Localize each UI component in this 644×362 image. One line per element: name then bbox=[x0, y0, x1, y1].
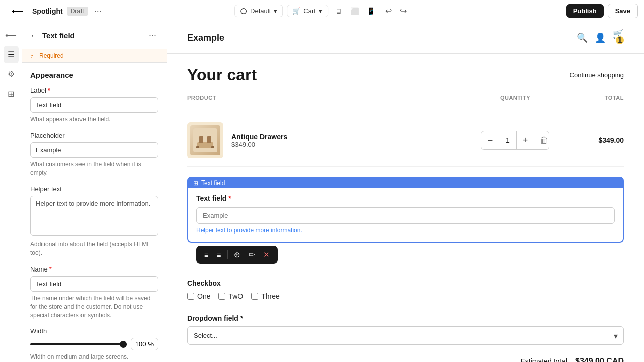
label-field-label: Label * bbox=[30, 86, 158, 94]
name-input[interactable] bbox=[30, 276, 158, 292]
item-name: Antique Drawers bbox=[231, 133, 287, 141]
cart-chevron: ▾ bbox=[319, 7, 323, 15]
more-options-button[interactable]: ··· bbox=[92, 4, 104, 18]
width-value-box: 100 % bbox=[131, 338, 158, 350]
field-toolbar: ≡ ≡ ⊕ ✏ ✕ bbox=[196, 246, 278, 264]
svg-rect-1 bbox=[193, 128, 217, 152]
label-hint: What appears above the field. bbox=[30, 115, 158, 124]
device-tablet-icon[interactable]: ⬜ bbox=[347, 5, 362, 17]
checkbox-input-two[interactable] bbox=[218, 293, 225, 300]
sidebar-apps-icon[interactable]: ⊞ bbox=[4, 85, 18, 103]
cart-page: Your cart Continue shopping PRODUCT QUAN… bbox=[167, 54, 644, 362]
device-desktop-icon[interactable]: 🖥 bbox=[332, 5, 345, 17]
svg-rect-6 bbox=[211, 146, 214, 148]
helper-text-hint: Additional info about the field (accepts… bbox=[30, 240, 158, 257]
checkbox-label-two: TwO bbox=[228, 292, 243, 300]
width-unit: % bbox=[148, 340, 154, 348]
toolbar-add-icon[interactable]: ⊕ bbox=[231, 249, 244, 261]
text-field-input[interactable] bbox=[196, 207, 615, 224]
item-image bbox=[187, 122, 223, 158]
svg-rect-5 bbox=[196, 146, 199, 148]
draft-badge: Draft bbox=[67, 7, 88, 16]
text-field-bar-label: Text field bbox=[201, 179, 225, 187]
width-slider-thumb[interactable] bbox=[120, 341, 127, 348]
width-label: Width bbox=[30, 327, 158, 335]
panel-title: Text field bbox=[42, 31, 75, 40]
dropdown-field-title: Dropdown field * bbox=[187, 314, 624, 322]
dropdown-select[interactable]: Select... bbox=[187, 326, 624, 345]
device-icons: 🖥 ⬜ 📱 bbox=[332, 5, 378, 17]
toolbar-delete-icon[interactable]: ✕ bbox=[260, 249, 273, 261]
sidebar-blocks-icon[interactable]: ☰ bbox=[4, 46, 19, 63]
table-header: PRODUCT QUANTITY TOTAL bbox=[187, 95, 624, 106]
text-field-title: Text field * bbox=[196, 194, 615, 202]
settings-panel: ← Text field ··· 🏷 Required Appearance L… bbox=[22, 22, 167, 362]
checkbox-option-two[interactable]: TwO bbox=[218, 292, 243, 300]
cart-label: Cart bbox=[303, 7, 316, 15]
redo-button[interactable]: ↪ bbox=[397, 4, 410, 18]
publish-button[interactable]: Publish bbox=[566, 4, 604, 18]
increase-qty-button[interactable]: + bbox=[517, 131, 534, 149]
app-title: Spotlight bbox=[32, 7, 63, 15]
name-field-label: Name * bbox=[30, 265, 158, 273]
placeholder-field-label: Placeholder bbox=[30, 132, 158, 139]
custom-fields: ⊞ Text field Text field * Helper text to… bbox=[187, 177, 624, 362]
helper-text-textarea[interactable]: Helper text to provide more information. bbox=[30, 196, 158, 236]
panel-back-button[interactable]: ← bbox=[30, 31, 38, 40]
topbar-right: Publish Save bbox=[566, 4, 638, 18]
width-value: 100 bbox=[135, 340, 146, 348]
item-details: Antique Drawers $349.00 bbox=[231, 133, 287, 148]
checkbox-input-three[interactable] bbox=[251, 293, 258, 300]
quantity-col-header: QUANTITY bbox=[465, 95, 566, 101]
account-icon[interactable]: 👤 bbox=[595, 32, 606, 43]
continue-shopping-link[interactable]: Continue shopping bbox=[570, 71, 624, 79]
save-button[interactable]: Save bbox=[608, 4, 638, 18]
cart-selector[interactable]: 🛒 Cart ▾ bbox=[287, 5, 328, 17]
dropdown-field-block: Dropdown field * Select... ▾ bbox=[187, 314, 624, 345]
topbar-left: ⟵ Spotlight Draft ··· bbox=[6, 2, 104, 20]
checkbox-label-three: Three bbox=[261, 292, 280, 300]
default-selector[interactable]: Default ▾ bbox=[234, 5, 283, 17]
cart-icon: 🛒 bbox=[292, 7, 300, 15]
text-field-helper[interactable]: Helper text to provide more information. bbox=[196, 227, 615, 234]
store-icons: 🔍 👤 🛒 1 bbox=[577, 28, 624, 47]
main-layout: ⟵ ☰ ⚙ ⊞ ← Text field ··· 🏷 Required Appe… bbox=[0, 22, 644, 362]
toolbar-edit-icon[interactable]: ✏ bbox=[246, 249, 258, 261]
text-field-block: ⊞ Text field Text field * Helper text to… bbox=[187, 177, 624, 243]
estimated-total: Estimated total $349.00 CAD bbox=[187, 357, 624, 362]
checkbox-option-one[interactable]: One bbox=[187, 292, 210, 300]
panel-header-left: ← Text field bbox=[30, 31, 75, 40]
device-mobile-icon[interactable]: 📱 bbox=[364, 5, 378, 17]
checkbox-option-three[interactable]: Three bbox=[251, 292, 280, 300]
back-nav-icon[interactable]: ⟵ bbox=[6, 2, 28, 20]
text-field-body: Text field * Helper text to provide more… bbox=[188, 188, 623, 242]
default-chevron: ▾ bbox=[274, 7, 277, 15]
svg-rect-3 bbox=[199, 136, 203, 143]
panel-content: Appearance Label * What appears above th… bbox=[22, 63, 167, 362]
width-group: Width 100 % Width on medium and large sc… bbox=[30, 327, 158, 362]
checkbox-input-one[interactable] bbox=[187, 293, 194, 300]
default-label: Default bbox=[250, 7, 271, 15]
sidebar-nav-icon[interactable]: ⟵ bbox=[1, 26, 21, 44]
panel-more-button[interactable]: ··· bbox=[147, 28, 158, 43]
undo-button[interactable]: ↩ bbox=[382, 4, 395, 18]
decrease-qty-button[interactable]: − bbox=[481, 131, 499, 149]
cart-count: 1 bbox=[616, 36, 624, 44]
dropdown-wrapper: Select... ▾ bbox=[187, 326, 624, 345]
placeholder-input[interactable] bbox=[30, 142, 158, 158]
width-slider-fill bbox=[30, 343, 127, 345]
cart-icon-wrapper[interactable]: 🛒 1 bbox=[613, 28, 624, 47]
toolbar-divider bbox=[227, 250, 228, 259]
delete-item-button[interactable]: 🗑 bbox=[540, 135, 549, 146]
required-badge: 🏷 Required bbox=[22, 49, 167, 63]
cart-summary: Estimated total $349.00 CAD Taxes, disco… bbox=[187, 357, 624, 362]
search-icon[interactable]: 🔍 bbox=[577, 32, 588, 43]
sidebar-settings-icon[interactable]: ⚙ bbox=[4, 65, 19, 83]
label-input[interactable] bbox=[30, 97, 158, 113]
required-label: Required bbox=[39, 52, 64, 59]
placeholder-group: Placeholder What customers see in the fi… bbox=[30, 132, 158, 177]
item-total: $349.00 bbox=[574, 136, 624, 144]
toolbar-align-center-icon[interactable]: ≡ bbox=[214, 249, 224, 261]
dropdown-placeholder: Select... bbox=[194, 332, 217, 339]
toolbar-align-left-icon[interactable]: ≡ bbox=[201, 249, 212, 261]
